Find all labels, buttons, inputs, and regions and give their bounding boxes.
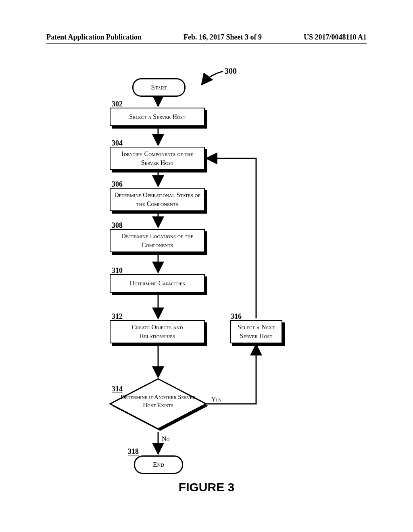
- step-304-ref: 304: [112, 139, 123, 148]
- step-308-ref: 308: [112, 221, 123, 230]
- step-310-box: Determine Capacities: [110, 274, 205, 293]
- end-ref: 318: [128, 447, 139, 456]
- step-316-ref: 316: [231, 312, 242, 321]
- step-306-text: Determine Operational States of the Comp…: [114, 191, 201, 208]
- step-304-text: Identify Components of the Server Host: [114, 150, 201, 167]
- step-308-box: Determine Locations of the Components: [110, 229, 205, 252]
- step-312-box: Create Objects and Relationships: [110, 320, 205, 343]
- step-312-ref: 312: [112, 312, 123, 321]
- decision-314-ref: 314: [112, 385, 123, 393]
- step-306-box: Determine Operational States of the Comp…: [110, 188, 205, 211]
- decision-yes-label: Yes: [211, 396, 221, 403]
- step-312-text: Create Objects and Relationships: [114, 323, 201, 340]
- start-terminator: Start: [132, 78, 186, 97]
- end-terminator: End: [134, 455, 183, 474]
- decision-no-label: No: [162, 435, 170, 443]
- decision-314-text: Determine if Another Server Host Exists: [118, 393, 198, 409]
- figure-caption: FIGURE 3: [0, 480, 413, 494]
- step-304-box: Identify Components of the Server Host: [110, 147, 205, 170]
- end-label: End: [153, 461, 164, 469]
- step-302-ref: 302: [112, 100, 123, 108]
- step-306-ref: 306: [112, 180, 123, 189]
- step-316-text: Select a Next Server Host: [234, 323, 278, 340]
- step-302-box: Select a Server Host: [110, 108, 205, 126]
- step-310-ref: 310: [112, 266, 123, 275]
- step-310-text: Determine Capacities: [129, 279, 185, 288]
- step-316-box: Select a Next Server Host: [230, 320, 282, 343]
- flowchart-arrows: [0, 0, 413, 532]
- flowchart-canvas: 300 Start 302 Select a Server Host 304 I…: [0, 0, 413, 532]
- step-308-text: Determine Locations of the Components: [114, 232, 201, 249]
- start-label: Start: [151, 83, 167, 91]
- diagram-ref-label: 300: [225, 66, 237, 76]
- step-302-text: Select a Server Host: [129, 112, 185, 121]
